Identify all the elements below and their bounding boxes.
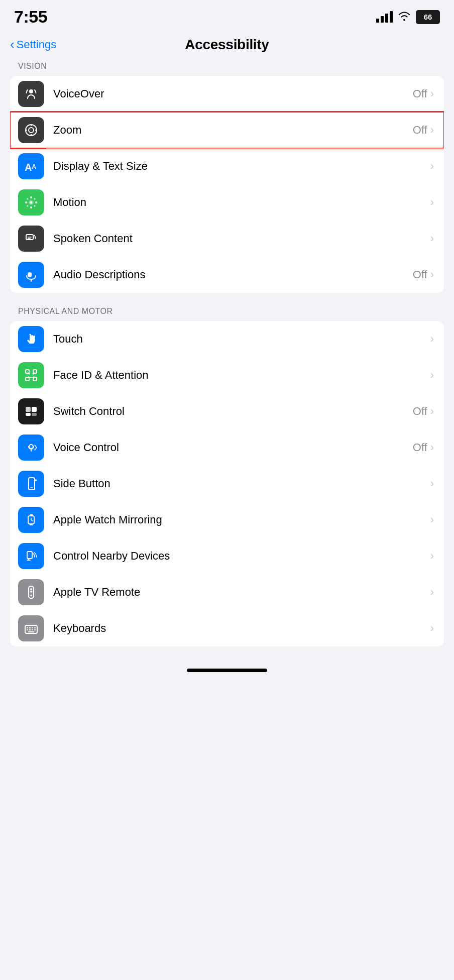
keyboards-right: › bbox=[430, 622, 434, 635]
svg-rect-25 bbox=[33, 370, 37, 373]
list-item-display-text-size[interactable]: A A Display & Text Size› bbox=[10, 148, 444, 184]
list-item-voiceover[interactable]: VoiceOverOff› bbox=[10, 76, 444, 112]
section-header-vision: VISION bbox=[0, 62, 454, 76]
list-item-apple-tv-remote[interactable]: Apple TV Remote› bbox=[10, 574, 444, 610]
voice-control-content: Voice ControlOff› bbox=[53, 441, 434, 454]
keyboards-label: Keyboards bbox=[53, 622, 106, 635]
spoken-content-content: Spoken Content› bbox=[53, 232, 434, 245]
apple-tv-remote-content: Apple TV Remote› bbox=[53, 586, 434, 599]
list-item-side-button[interactable]: Side Button› bbox=[10, 466, 444, 502]
list-item-zoom[interactable]: ZoomOff› bbox=[10, 112, 444, 148]
svg-point-0 bbox=[29, 89, 33, 93]
svg-point-16 bbox=[34, 205, 36, 207]
motion-right: › bbox=[430, 196, 434, 209]
face-id-attention-right: › bbox=[430, 369, 434, 382]
svg-rect-53 bbox=[29, 627, 31, 628]
svg-rect-24 bbox=[26, 370, 29, 373]
apple-tv-remote-label: Apple TV Remote bbox=[53, 586, 140, 599]
face-id-attention-content: Face ID & Attention› bbox=[53, 369, 434, 382]
list-item-apple-watch-mirroring[interactable]: Apple Watch Mirroring› bbox=[10, 502, 444, 538]
voice-control-right: Off› bbox=[413, 441, 434, 454]
switch-control-icon bbox=[18, 398, 44, 424]
audio-descriptions-chevron-icon: › bbox=[430, 268, 434, 281]
apple-tv-remote-icon bbox=[18, 579, 44, 605]
svg-point-17 bbox=[27, 205, 29, 207]
status-icons: 66 bbox=[376, 10, 440, 24]
voiceover-right: Off› bbox=[413, 87, 434, 100]
list-item-audio-descriptions[interactable]: Audio DescriptionsOff› bbox=[10, 257, 444, 293]
control-nearby-devices-right: › bbox=[430, 550, 434, 563]
svg-rect-26 bbox=[26, 377, 29, 381]
svg-rect-43 bbox=[27, 552, 32, 559]
list-item-spoken-content[interactable]: Spoken Content› bbox=[10, 221, 444, 257]
touch-chevron-icon: › bbox=[430, 333, 434, 346]
svg-rect-33 bbox=[32, 413, 37, 416]
switch-control-content: Switch ControlOff› bbox=[53, 405, 434, 418]
voice-control-value: Off bbox=[413, 441, 427, 454]
apple-watch-mirroring-label: Apple Watch Mirroring bbox=[53, 513, 162, 526]
apple-tv-remote-right: › bbox=[430, 586, 434, 599]
voice-control-icon bbox=[18, 434, 44, 461]
section-physical-motor: PHYSICAL AND MOTOR Touch› Face ID & Atte… bbox=[0, 307, 454, 646]
spoken-content-icon bbox=[18, 226, 44, 252]
list-item-motion[interactable]: Motion› bbox=[10, 184, 444, 221]
control-nearby-devices-content: Control Nearby Devices› bbox=[53, 550, 434, 563]
display-text-size-right: › bbox=[430, 160, 434, 173]
svg-point-2 bbox=[29, 128, 34, 133]
list-item-keyboards[interactable]: Keyboards› bbox=[10, 610, 444, 646]
section-vision: VISION VoiceOverOff› ZoomOff› A A Displa… bbox=[0, 62, 454, 293]
spoken-content-chevron-icon: › bbox=[430, 232, 434, 245]
list-item-control-nearby-devices[interactable]: Control Nearby Devices› bbox=[10, 538, 444, 574]
control-nearby-devices-chevron-icon: › bbox=[430, 550, 434, 563]
list-item-touch[interactable]: Touch› bbox=[10, 321, 444, 357]
display-text-size-icon: A A bbox=[18, 153, 44, 179]
touch-label: Touch bbox=[53, 333, 83, 346]
list-item-switch-control[interactable]: Switch ControlOff› bbox=[10, 393, 444, 429]
svg-point-14 bbox=[25, 201, 27, 203]
zoom-value: Off bbox=[413, 124, 427, 137]
audio-descriptions-content: Audio DescriptionsOff› bbox=[53, 268, 434, 281]
svg-point-10 bbox=[30, 201, 33, 204]
control-nearby-devices-icon bbox=[18, 543, 44, 569]
keyboards-chevron-icon: › bbox=[430, 622, 434, 635]
svg-point-11 bbox=[30, 196, 32, 198]
svg-rect-58 bbox=[32, 629, 33, 630]
apple-watch-mirroring-content: Apple Watch Mirroring› bbox=[53, 513, 434, 526]
back-button[interactable]: ‹ Settings bbox=[10, 38, 56, 51]
svg-text:A: A bbox=[25, 162, 32, 173]
face-id-attention-label: Face ID & Attention bbox=[53, 369, 149, 382]
svg-text:A: A bbox=[32, 163, 37, 170]
sections-container: VISION VoiceOverOff› ZoomOff› A A Displa… bbox=[0, 62, 454, 646]
switch-control-label: Switch Control bbox=[53, 405, 125, 418]
motion-content: Motion› bbox=[53, 196, 434, 209]
zoom-right: Off› bbox=[413, 124, 434, 137]
home-indicator bbox=[0, 661, 454, 677]
svg-rect-30 bbox=[26, 407, 31, 412]
list-item-face-id-attention[interactable]: Face ID & Attention› bbox=[10, 357, 444, 393]
audio-descriptions-right: Off› bbox=[413, 268, 434, 281]
voiceover-icon bbox=[18, 81, 44, 107]
side-button-right: › bbox=[430, 477, 434, 490]
voiceover-value: Off bbox=[413, 87, 427, 100]
section-header-physical-motor: PHYSICAL AND MOTOR bbox=[0, 307, 454, 321]
svg-rect-31 bbox=[32, 407, 37, 412]
audio-descriptions-value: Off bbox=[413, 268, 427, 281]
touch-right: › bbox=[430, 333, 434, 346]
svg-point-18 bbox=[27, 198, 29, 200]
voice-control-label: Voice Control bbox=[53, 441, 119, 454]
audio-descriptions-icon bbox=[18, 262, 44, 288]
apple-watch-mirroring-right: › bbox=[430, 513, 434, 526]
list-item-voice-control[interactable]: Voice ControlOff› bbox=[10, 429, 444, 466]
page-title: Accessibility bbox=[185, 37, 269, 53]
svg-rect-60 bbox=[28, 631, 34, 632]
svg-point-50 bbox=[31, 595, 32, 596]
zoom-chevron-icon: › bbox=[430, 124, 434, 137]
keyboards-icon bbox=[18, 615, 44, 641]
status-bar: 7:55 66 bbox=[0, 0, 454, 31]
svg-rect-32 bbox=[26, 413, 31, 416]
voiceover-content: VoiceOverOff› bbox=[53, 87, 434, 100]
svg-point-47 bbox=[30, 588, 32, 590]
motion-label: Motion bbox=[53, 196, 86, 209]
battery-icon: 66 bbox=[416, 10, 440, 24]
side-button-chevron-icon: › bbox=[430, 477, 434, 490]
